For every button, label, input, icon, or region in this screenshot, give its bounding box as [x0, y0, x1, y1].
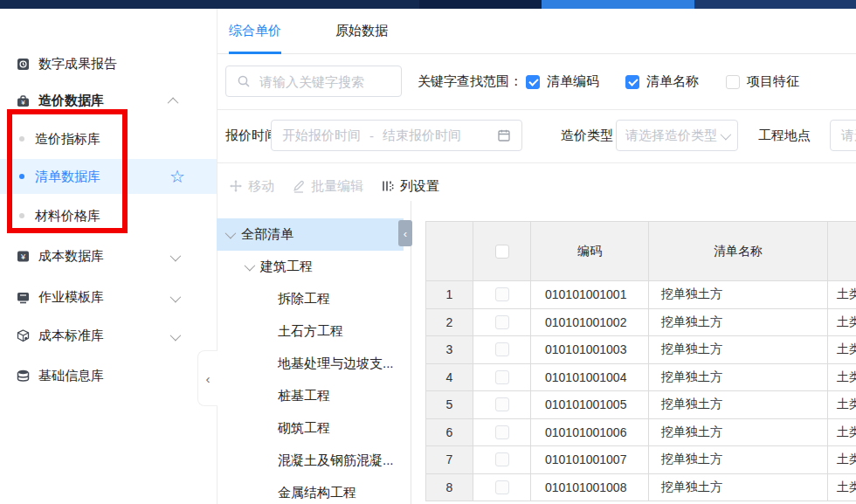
svg-text:¥: ¥ [20, 99, 25, 107]
table-row[interactable]: 2 010101001002 挖单独土方 土类别 [425, 309, 856, 337]
tree-item-label: 桩基工程 [278, 388, 330, 404]
tree-collapse-handle[interactable]: ‹ [398, 220, 412, 246]
cell-feature: 土类别 [828, 336, 856, 364]
table-row[interactable]: 7 010101001007 挖单独土方 土类别 [425, 446, 856, 474]
panel-divider [411, 201, 411, 504]
tab-raw-data[interactable]: 原始数据 [335, 9, 388, 53]
table-header: 编码 清单名称 [425, 221, 856, 281]
row-number: 1 [425, 281, 473, 309]
quote-time-range-input[interactable]: 开始报价时间 - 结束报价时间 [271, 120, 522, 151]
toolbar: 移动 批量编辑 列设置 [217, 162, 856, 210]
chevron-down-icon[interactable] [225, 228, 237, 239]
row-number: 3 [425, 336, 473, 364]
checkbox-label: 清单名称 [646, 73, 699, 90]
search-input[interactable] [258, 73, 383, 90]
sidebar-item-cost-database[interactable]: ¥ 成本数据库 [0, 242, 217, 270]
row-checkbox[interactable] [495, 287, 509, 301]
row-checkbox[interactable] [495, 370, 509, 384]
row-checkbox[interactable] [495, 342, 509, 356]
chevron-up-icon[interactable] [168, 97, 179, 108]
table-row[interactable]: 5 010101001005 挖单独土方 土类别 [425, 391, 856, 419]
tree-item-construction[interactable]: 建筑工程 [217, 251, 411, 283]
move-icon [229, 179, 243, 193]
search-icon [237, 74, 251, 88]
checkbox-project-feature[interactable]: 项目特征 [726, 54, 799, 109]
row-checkbox[interactable] [495, 452, 509, 466]
tree-item-piling[interactable]: 桩基工程 [217, 380, 411, 412]
tree-item-label: 砌筑工程 [278, 420, 330, 437]
cell-code: 010101001008 [531, 474, 649, 502]
column-header-index [425, 221, 473, 281]
chevron-down-icon[interactable] [170, 291, 182, 302]
checkbox-checked-icon[interactable] [625, 75, 639, 89]
sidebar-item-label: 材料价格库 [35, 208, 100, 224]
cell-code: 010101001001 [531, 281, 649, 309]
row-number: 7 [425, 446, 473, 474]
sidebar-item-material-price-db[interactable]: 材料价格库 [0, 202, 217, 230]
cell-feature: 土类别 [828, 309, 856, 337]
sidebar-item-label: 清单数据库 [35, 169, 100, 185]
search-box[interactable] [225, 66, 402, 97]
row-number: 5 [425, 391, 473, 419]
table-row[interactable]: 3 010101001003 挖单独土方 土类别 [425, 336, 856, 364]
checkbox-checked-icon[interactable] [526, 75, 540, 89]
cost-type-label: 造价类型 [561, 109, 613, 162]
row-checkbox[interactable] [495, 425, 509, 439]
cell-name: 挖单独土方 [649, 309, 828, 337]
cell-feature: 土类别 [828, 281, 856, 309]
sidebar-item-template-database[interactable]: 作业模板库 [0, 283, 217, 311]
table-row[interactable]: 1 010101001001 挖单独土方 土类别 [425, 281, 856, 309]
checkbox-list-name[interactable]: 清单名称 [625, 54, 699, 109]
location-select[interactable]: 请选 [830, 120, 856, 151]
column-header-name[interactable]: 清单名称 [649, 221, 828, 281]
row-checkbox[interactable] [495, 397, 509, 411]
keyword-scope-label: 关键字查找范围： [418, 54, 522, 109]
date-separator: - [369, 128, 374, 143]
row-number: 2 [425, 309, 473, 337]
tab-composite-unit-price[interactable]: 综合单价 [229, 9, 281, 53]
checkbox-unchecked-icon[interactable] [726, 75, 740, 89]
tree-item-steel-structure[interactable]: 金属结构工程 [217, 477, 411, 504]
cost-type-select[interactable]: 请选择造价类型 [616, 120, 738, 151]
cell-code: 010101001004 [531, 364, 649, 392]
sidebar-item-base-info-database[interactable]: 基础信息库 [0, 362, 217, 390]
sidebar-item-list-db[interactable]: 清单数据库 ☆ [0, 159, 217, 194]
table-row[interactable]: 6 010101001006 挖单独土方 土类别 [425, 419, 856, 447]
chevron-down-icon[interactable] [245, 260, 256, 272]
sidebar-collapse-handle[interactable]: ‹ [197, 350, 217, 406]
sidebar-item-price-index-db[interactable]: 造价指标库 [0, 125, 217, 153]
sidebar-item-cost-standard-database[interactable]: 成本标准库 [0, 321, 217, 349]
base-info-db-icon [16, 369, 31, 383]
column-settings-button[interactable]: 列设置 [381, 178, 439, 195]
chevron-down-icon[interactable] [170, 250, 182, 261]
tree-item-demolition[interactable]: 拆除工程 [217, 283, 411, 315]
checkbox-list-code[interactable]: 清单编码 [526, 54, 599, 109]
table-row[interactable]: 4 010101001004 挖单独土方 土类别 [425, 364, 856, 392]
tree-item-masonry[interactable]: 砌筑工程 [217, 412, 411, 445]
sidebar-item-label: 数字成果报告 [38, 56, 117, 72]
topbar-segment [694, 0, 856, 9]
column-header-feature[interactable] [828, 221, 856, 281]
row-checkbox[interactable] [495, 315, 509, 329]
dot-bullet [19, 213, 24, 218]
tree-item-earthwork[interactable]: 土石方工程 [217, 315, 411, 348]
chevron-down-icon[interactable] [170, 329, 182, 341]
move-button[interactable]: 移动 [229, 178, 274, 195]
tree-item-all-lists[interactable]: 全部清单 [217, 218, 404, 251]
batch-edit-button[interactable]: 批量编辑 [292, 178, 363, 195]
cell-code: 010101001002 [531, 309, 649, 337]
table-row[interactable]: 8 010101001008 挖单独土方 土类别 [425, 474, 856, 502]
star-icon[interactable]: ☆ [169, 168, 185, 185]
sidebar-item-price-database[interactable]: ¥ 造价数据库 [0, 86, 217, 114]
column-header-code[interactable]: 编码 [531, 221, 649, 281]
chevron-left-icon: ‹ [206, 371, 211, 386]
sidebar-item-digital-report[interactable]: 数字成果报告 [0, 50, 217, 78]
row-checkbox[interactable] [495, 480, 509, 494]
topbar-segment [419, 0, 542, 9]
tree-item-foundation[interactable]: 地基处理与边坡支... [217, 348, 411, 380]
tree-item-concrete[interactable]: 混凝土及钢筋混凝... [217, 445, 411, 477]
columns-icon [381, 179, 395, 193]
chevron-left-icon: ‹ [404, 227, 407, 240]
data-table: 编码 清单名称 1 010101001001 挖单独土方 土类别 2 01010… [425, 221, 856, 504]
select-all-checkbox[interactable] [495, 245, 509, 259]
